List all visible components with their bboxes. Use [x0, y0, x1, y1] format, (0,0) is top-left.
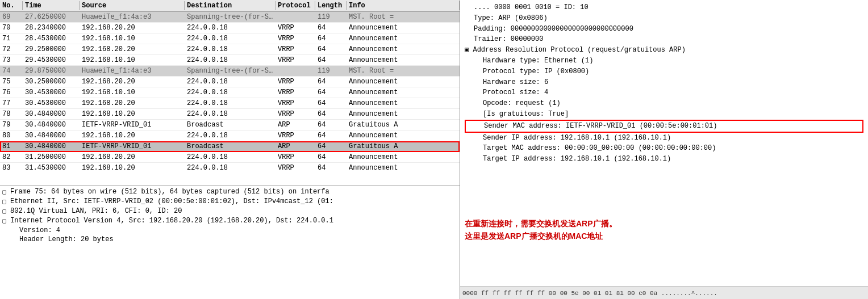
cell-source: IETF-VRRP-VRID_01 [80, 120, 185, 129]
cell-no: 75 [0, 77, 23, 86]
right-detail-line: Protocol size: 4 [465, 87, 863, 98]
hex-bar: 0000 ff ff ff ff ff ff 00 00 5e 00 01 01… [460, 287, 868, 299]
table-row[interactable]: 77 30.4530000 192.168.20.20 224.0.0.18 V… [0, 98, 460, 109]
right-detail-line: Hardware size: 6 [465, 77, 863, 88]
table-row[interactable]: 81 30.4840000 IETF-VRRP-VRID_01 Broadcas… [0, 141, 460, 152]
expand-icon[interactable]: ▢ [2, 197, 10, 206]
right-detail-line: [Is gratuitous: True] [465, 109, 863, 120]
cell-proto [276, 66, 315, 75]
table-row[interactable]: 70 28.2340000 192.168.20.20 224.0.0.18 V… [0, 23, 460, 33]
expand-icon[interactable]: ▢ [2, 188, 10, 196]
cell-dest: Broadcast [185, 120, 276, 129]
right-detail-line: Hardware type: Ethernet (1) [465, 56, 863, 66]
cell-dest: Spanning-tree-(for-STP [185, 66, 276, 75]
table-row[interactable]: 74 29.8750000 HuaweiTe_f1:4a:e3 Spanning… [0, 66, 460, 77]
col-header-length: Length [315, 1, 347, 10]
cell-time: 31.4530000 [23, 163, 80, 171]
cell-dest: 224.0.0.18 [185, 88, 276, 97]
cell-time: 30.4530000 [23, 99, 80, 108]
cell-dest: 224.0.0.18 [185, 34, 276, 43]
cell-proto: VRRP [276, 45, 315, 54]
cell-dest: Broadcast [185, 142, 276, 151]
cell-proto: ARP [276, 120, 315, 129]
table-row[interactable]: 83 31.4530000 192.168.10.20 224.0.0.18 V… [0, 163, 460, 171]
detail-line: ▢Internet Protocol Version 4, Src: 192.1… [2, 216, 457, 226]
cell-no: 69 [0, 12, 23, 22]
cell-len: 64 [315, 110, 347, 119]
cell-dest: 224.0.0.18 [185, 99, 276, 108]
table-row[interactable]: 73 29.4530000 192.168.10.10 224.0.0.18 V… [0, 55, 460, 66]
expand-icon[interactable]: ▢ [2, 207, 10, 216]
right-detail-line: Target IP address: 192.168.10.1 (192.168… [465, 154, 863, 165]
cell-proto: VRRP [276, 153, 315, 162]
cell-time: 30.4530000 [23, 88, 80, 97]
cell-source: 192.168.20.20 [80, 77, 185, 86]
cell-len: 64 [315, 142, 347, 151]
cell-no: 79 [0, 120, 23, 129]
cell-dest: 224.0.0.18 [185, 23, 276, 32]
table-row[interactable]: 79 30.4840000 IETF-VRRP-VRID_01 Broadcas… [0, 120, 460, 130]
cell-source: 192.168.10.20 [80, 110, 185, 119]
table-row[interactable]: 78 30.4840000 192.168.10.20 224.0.0.18 V… [0, 109, 460, 120]
cell-info: Announcement [347, 45, 460, 54]
table-row[interactable]: 80 30.4840000 192.168.10.20 224.0.0.18 V… [0, 130, 460, 141]
cell-info: MST. Root = [347, 12, 460, 22]
table-row[interactable]: 75 30.2500000 192.168.20.20 224.0.0.18 V… [0, 77, 460, 87]
table-row[interactable]: 76 30.4530000 192.168.10.10 224.0.0.18 V… [0, 87, 460, 98]
cell-len: 64 [315, 120, 347, 129]
cell-len: 64 [315, 45, 347, 54]
cell-info: Announcement [347, 163, 460, 171]
cell-source: 192.168.10.10 [80, 88, 185, 97]
detail-text: Internet Protocol Version 4, Src: 192.16… [10, 217, 457, 225]
cell-no: 71 [0, 34, 23, 43]
cell-info: Announcement [347, 34, 460, 43]
detail-text: 802.1Q Virtual LAN, PRI: 6, CFI: 0, ID: … [10, 207, 457, 215]
table-row[interactable]: 82 31.2500000 192.168.20.20 224.0.0.18 V… [0, 152, 460, 163]
cell-len: 119 [315, 66, 347, 75]
cell-time: 30.2500000 [23, 77, 80, 86]
col-header-no: No. [0, 1, 23, 10]
table-row[interactable]: 69 27.6250000 HuaweiTe_f1:4a:e3 Spanning… [0, 12, 460, 23]
cell-len: 64 [315, 131, 347, 140]
right-detail-line: Opcode: request (1) [465, 98, 863, 109]
detail-line: ▢Ethernet II, Src: IETF-VRRP-VRID_02 (00… [2, 197, 457, 207]
cell-info: Announcement [347, 88, 460, 97]
table-row[interactable]: 72 29.2500000 192.168.20.20 224.0.0.18 V… [0, 44, 460, 55]
packet-rows[interactable]: 69 27.6250000 HuaweiTe_f1:4a:e3 Spanning… [0, 12, 460, 171]
cell-proto: VRRP [276, 131, 315, 140]
col-header-time: Time [23, 1, 80, 10]
right-detail-line: Padding: 000000000000000000000000000000 [465, 24, 863, 35]
cell-len: 64 [315, 153, 347, 162]
cell-source: 192.168.20.20 [80, 45, 185, 54]
cell-len: 64 [315, 23, 347, 32]
cell-proto [276, 12, 315, 22]
cell-proto: VRRP [276, 34, 315, 43]
table-row[interactable]: 71 28.4530000 192.168.10.10 224.0.0.18 V… [0, 33, 460, 44]
expand-icon[interactable]: ▢ [2, 217, 10, 225]
cell-time: 30.4840000 [23, 142, 80, 151]
cell-no: 80 [0, 131, 23, 140]
cell-proto: VRRP [276, 56, 315, 65]
detail-text: Frame 75: 64 bytes on wire (512 bits), 6… [10, 188, 457, 196]
cell-dest: 224.0.0.18 [185, 131, 276, 140]
cell-dest: 224.0.0.18 [185, 45, 276, 54]
cell-source: 192.168.10.10 [80, 34, 185, 43]
cell-dest: 224.0.0.18 [185, 163, 276, 171]
packet-table: No. Time Source Destination Protocol Len… [0, 0, 460, 186]
cell-proto: VRRP [276, 88, 315, 97]
cell-proto: VRRP [276, 163, 315, 171]
cell-len: 64 [315, 163, 347, 171]
cell-info: Announcement [347, 110, 460, 119]
cell-source: 192.168.20.20 [80, 23, 185, 32]
cell-info: MST. Root = [347, 66, 460, 75]
right-detail-line: Sender IP address: 192.168.10.1 (192.168… [465, 133, 863, 144]
right-detail-line: .... 0000 0001 0010 = ID: 10 [465, 2, 863, 13]
cell-dest: 224.0.0.18 [185, 77, 276, 86]
right-detail-line: Type: ARP (0x0806) [465, 13, 863, 24]
cell-time: 27.6250000 [23, 12, 80, 22]
right-detail-area: .... 0000 0001 0010 = ID: 10Type: ARP (0… [460, 0, 868, 173]
cell-len: 119 [315, 12, 347, 22]
cell-len: 64 [315, 88, 347, 97]
cell-len: 64 [315, 77, 347, 86]
detail-line: ▢Frame 75: 64 bytes on wire (512 bits), … [2, 187, 457, 197]
